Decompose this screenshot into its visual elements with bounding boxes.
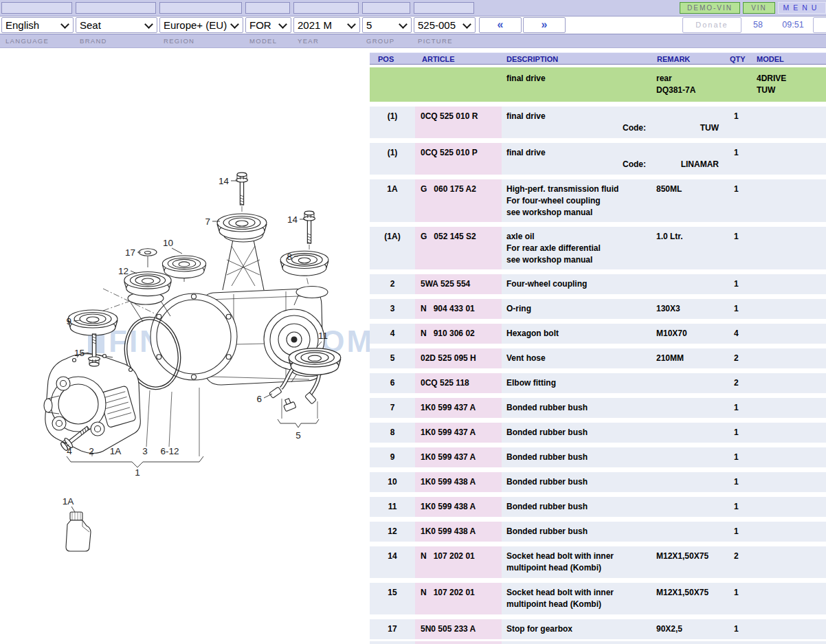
model-cell — [752, 619, 826, 639]
chevron-down-icon — [462, 20, 471, 29]
callout-5: 5 — [295, 430, 301, 441]
elbow-fitting[interactable] — [269, 387, 282, 399]
prev-picture-button[interactable]: « — [479, 17, 522, 33]
qty-cell: 1 — [727, 107, 752, 138]
description-cell: Bonded rubber bush — [502, 497, 653, 517]
group-quick-box[interactable] — [362, 2, 410, 14]
qty-cell — [727, 67, 752, 102]
language-quick-box[interactable] — [1, 2, 72, 14]
remark-cell — [653, 447, 727, 467]
table-row[interactable]: 4N 910 306 02Hexagon boltM10X704 — [370, 324, 826, 344]
washer-17[interactable] — [139, 249, 157, 256]
table-row[interactable]: 502D 525 095 HVent hose210MM2 — [370, 348, 826, 368]
model-cell — [752, 583, 826, 614]
table-row[interactable]: 111K0 599 438 ABonded rubber bush1 — [370, 497, 826, 517]
qty-cell: 1 — [727, 423, 752, 443]
remark-cell: 850ML — [653, 179, 727, 222]
next-picture-button[interactable]: » — [523, 17, 566, 33]
callout-14b: 14 — [287, 214, 298, 225]
table-row[interactable]: 14N 107 202 01Socket head bolt with inne… — [370, 546, 826, 578]
brand-select[interactable]: Seat — [76, 17, 157, 33]
table-row[interactable]: 91K0 599 437 ABonded rubber bush1 — [370, 447, 826, 467]
table-row[interactable]: (1)0CQ 525 010 Pfinal driveCode:LINAMAR1 — [370, 143, 826, 175]
toolbar-select-band: English Seat Europe+ (EU) FOR 2021 M 5 5… — [0, 16, 826, 34]
table-row[interactable]: 81K0 599 437 ABonded rubber bush1 — [370, 423, 826, 443]
callout-3: 3 — [142, 446, 148, 456]
table-row[interactable]: (1A)G 052 145 S2axle oilFor rear axle di… — [370, 227, 826, 269]
model-cell — [752, 143, 826, 175]
chevron-down-icon — [60, 20, 69, 29]
demo-vin-button[interactable]: DEMO-VIN — [680, 2, 740, 14]
pos-cell: 7 — [370, 398, 415, 418]
picture-select[interactable]: 525-005 — [414, 17, 476, 33]
description-cell: Hexagon bolt — [502, 324, 653, 344]
article-cell: 1K0 599 438 A — [415, 497, 502, 517]
description-cell: Vent hose — [502, 348, 653, 368]
table-row[interactable]: (1)0CQ 525 010 Rfinal driveCode:TUW1 — [370, 107, 826, 138]
language-label: LANGUAGE — [5, 37, 49, 45]
table-row[interactable]: 121K0 599 438 ABonded rubber bush1 — [370, 522, 826, 542]
pos-cell: 17 — [370, 619, 415, 639]
table-row[interactable]: 175N0 505 233 AStop for gearbox90X2,51 — [370, 619, 826, 639]
parts-catalog-page: DEMO-VIN VIN MENU English Seat Europe+ (… — [0, 0, 826, 644]
article-cell: 5WA 525 554 — [415, 274, 502, 294]
menu-button[interactable]: MENU — [778, 2, 826, 14]
region-select[interactable]: Europe+ (EU) — [159, 17, 243, 33]
edge-box — [813, 17, 826, 33]
picture-quick-box[interactable] — [414, 2, 474, 14]
table-row[interactable]: 25WA 525 554Four-wheel coupling1 — [370, 274, 826, 294]
year-select[interactable]: 2021 M — [293, 17, 360, 33]
table-row[interactable]: 15N 107 202 01Socket head bolt with inne… — [370, 583, 826, 614]
description-cell: Bonded rubber bush — [502, 472, 653, 492]
article-cell: 0CQ 525 118 — [415, 373, 502, 393]
bush-9[interactable] — [68, 310, 118, 335]
remark-cell: M12X1,50X75 — [653, 546, 727, 578]
model-value: FOR — [246, 19, 271, 31]
table-row[interactable]: 60CQ 525 118Elbow fitting2 — [370, 373, 826, 393]
region-quick-box[interactable] — [159, 2, 242, 14]
model-cell — [752, 472, 826, 492]
remark-cell: 1.0 Ltr. — [653, 227, 727, 269]
four-wheel-coupling[interactable] — [44, 353, 140, 454]
article-cell: G 060 175 A2 — [415, 179, 502, 222]
table-row[interactable]: 71K0 599 437 ABonded rubber bush1 — [370, 398, 826, 418]
vin-button[interactable]: VIN — [743, 2, 775, 14]
table-row[interactable]: 3N 904 433 01O-ring130X31 — [370, 299, 826, 319]
pos-cell: (1) — [370, 107, 415, 138]
model-cell: 4DRIVE TUW — [752, 67, 826, 102]
table-row[interactable]: 1AG 060 175 A2High-perf. transmission fl… — [370, 179, 826, 222]
bolt-14b[interactable] — [304, 211, 315, 243]
remark-cell — [653, 497, 727, 517]
model-quick-box[interactable] — [245, 2, 290, 14]
group-select[interactable]: 5 — [362, 17, 412, 33]
pos-cell: 5 — [370, 348, 415, 368]
language-select[interactable]: English — [1, 17, 74, 33]
bush-12[interactable] — [124, 271, 171, 296]
description-cell: Socket head bolt with innermultipoint he… — [502, 546, 653, 578]
bush-10[interactable] — [162, 256, 205, 278]
bush-7[interactable] — [217, 214, 267, 239]
donate-button[interactable]: Donate — [682, 17, 741, 33]
model-cell — [752, 324, 826, 344]
model-select[interactable]: FOR — [245, 17, 291, 33]
pos-cell: 11 — [370, 497, 415, 517]
description-cell: Elbow fitting — [502, 373, 653, 393]
article-cell: N 910 306 02 — [415, 324, 502, 344]
brand-quick-box[interactable] — [76, 2, 156, 14]
chevron-down-icon — [144, 20, 153, 29]
description-cell: final driveCode: — [502, 107, 653, 138]
table-row[interactable]: 101K0 599 438 ABonded rubber bush1 — [370, 472, 826, 492]
article-cell: 0CQ 525 010 R — [415, 107, 502, 138]
callout-15: 15 — [74, 348, 85, 358]
year-quick-box[interactable] — [293, 2, 359, 14]
brand-label: BRAND — [80, 37, 107, 45]
qty-cell: 2 — [727, 546, 752, 578]
qty-cell: 2 — [727, 348, 752, 368]
remark-cell: 130X3 — [653, 299, 727, 319]
bush-11[interactable] — [289, 348, 341, 375]
bolt-14a[interactable] — [236, 173, 248, 205]
oil-bottle[interactable] — [66, 512, 91, 551]
description-cell: Four-wheel coupling — [502, 274, 653, 294]
qty-cell: 1 — [727, 583, 752, 614]
description-cell: High-perf. transmission fluidFor four-wh… — [502, 179, 653, 222]
